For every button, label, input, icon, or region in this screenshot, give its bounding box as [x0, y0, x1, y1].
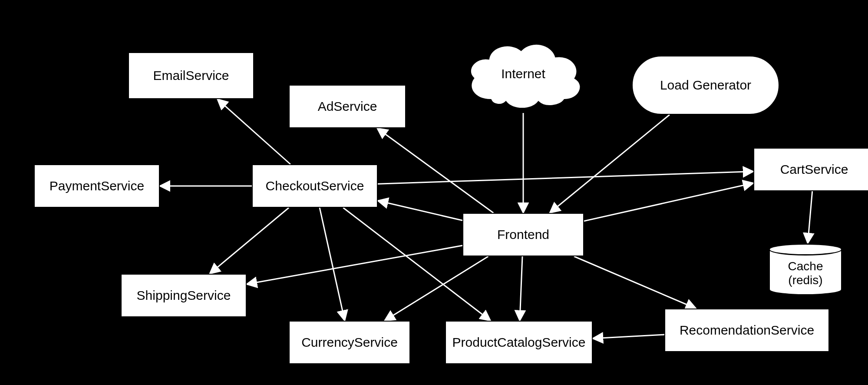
node-label: RecomendationService	[680, 323, 814, 338]
node-label-sub: (redis)	[788, 273, 822, 287]
edge-checkout-to-currency	[320, 208, 345, 321]
node-label: Cache	[788, 259, 823, 273]
node-frontend: Frontend	[462, 213, 584, 256]
node-label: ProductCatalogService	[452, 335, 586, 350]
node-recommendation-service: RecomendationService	[664, 309, 829, 352]
node-label: EmailService	[153, 68, 229, 83]
node-label: CheckoutService	[266, 179, 364, 193]
node-payment-service: PaymentService	[34, 164, 160, 208]
node-product-catalog-service: ProductCatalogService	[445, 321, 593, 364]
node-label: CurrencyService	[301, 335, 398, 350]
node-label: Frontend	[497, 227, 549, 242]
edge-recommend-to-catalog	[593, 335, 664, 339]
edge-checkout-to-shipping	[210, 208, 289, 274]
diagram-canvas: EmailService AdService Internet Load Gen…	[0, 0, 868, 385]
node-checkout-service: CheckoutService	[252, 164, 378, 208]
edge-frontend-to-cart	[584, 183, 753, 221]
node-email-service: EmailService	[128, 52, 254, 99]
edge-frontend-to-checkout	[378, 201, 462, 221]
node-label: CartService	[780, 162, 848, 177]
edge-frontend-to-recommend	[574, 256, 696, 309]
node-internet: Internet	[458, 35, 588, 113]
edge-frontend-to-catalog	[520, 256, 522, 321]
edge-frontend-to-shipping	[247, 246, 462, 284]
node-label: PaymentService	[50, 179, 144, 193]
node-shipping-service: ShippingService	[121, 274, 247, 317]
node-cart-service: CartService	[753, 148, 868, 191]
edge-cart-to-cache	[808, 191, 812, 243]
edge-frontend-to-ad	[377, 128, 494, 213]
node-ad-service: AdService	[289, 85, 406, 128]
node-cache-redis: Cache (redis)	[769, 243, 842, 295]
node-currency-service: CurrencyService	[289, 321, 410, 364]
node-label: Load Generator	[660, 78, 751, 93]
edge-loadgen-to-frontend	[550, 115, 670, 213]
node-label: ShippingService	[137, 288, 231, 303]
edge-checkout-to-email	[218, 99, 290, 164]
node-label: Internet	[501, 66, 545, 81]
node-label: AdService	[318, 99, 377, 114]
edge-checkout-to-cart	[378, 172, 753, 184]
cylinder-top	[769, 243, 842, 256]
node-load-generator: Load Generator	[632, 56, 779, 115]
edge-frontend-to-currency	[385, 256, 488, 321]
